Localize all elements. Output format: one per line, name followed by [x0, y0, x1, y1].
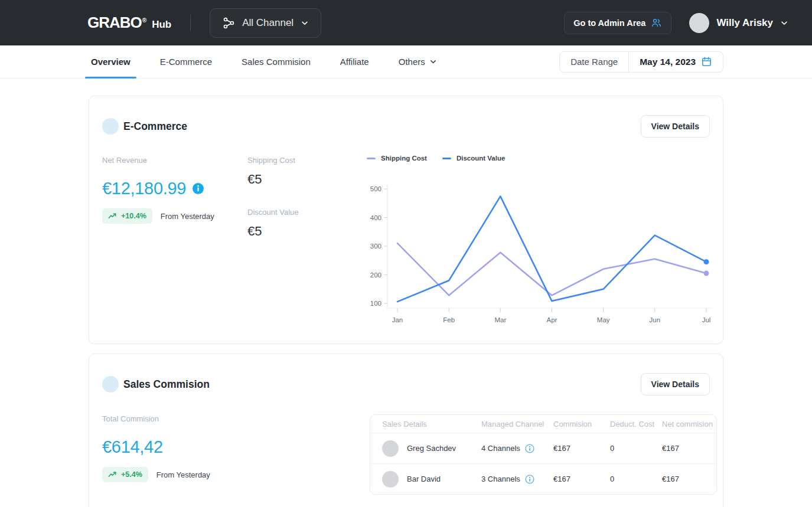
svg-text:Jul: Jul [702, 316, 711, 323]
net-revenue-row: €12,180.99 [102, 179, 204, 198]
go-to-admin-area-button[interactable]: Go to Admin Area [564, 12, 671, 34]
sales-commision-card: Sales Commision View Details Total Commi… [89, 354, 723, 507]
svg-text:May: May [597, 316, 610, 323]
admin-button-label: Go to Admin Area [573, 18, 645, 28]
date-picker-button[interactable]: May 14, 2023 [628, 52, 723, 72]
tab-others[interactable]: Others [395, 45, 441, 78]
header-divider [190, 15, 191, 31]
person-cell: Greg Sachdev [382, 440, 481, 457]
svg-text:200: 200 [370, 272, 381, 279]
person-name: Bar David [407, 475, 441, 483]
trend-up-icon [108, 212, 117, 220]
deduct-cost-cell: 0 [610, 475, 662, 483]
tab-label: Affiliate [340, 57, 369, 67]
tab-label: Overview [91, 57, 131, 67]
net-commision-cell: €167 [662, 475, 716, 483]
svg-text:Jan: Jan [392, 316, 403, 323]
logo-text: GRABO [87, 14, 142, 32]
chevron-down-icon [780, 19, 788, 27]
change-badge: +10.4% [102, 208, 152, 224]
avatar [382, 471, 399, 488]
tab-bar: Overview E-Commerce Sales Commision Affi… [0, 45, 812, 78]
net-revenue-value: €12,180.99 [102, 179, 186, 198]
change-badge: +5.4% [102, 467, 148, 482]
info-icon[interactable] [525, 444, 534, 453]
discount-value-label: Discount Value [247, 208, 298, 217]
col-header-deduct-cost: Deduct. Cost [610, 420, 662, 429]
tabs: Overview E-Commerce Sales Commision Affi… [87, 45, 441, 78]
channels-cell: 4 Channels [481, 444, 553, 453]
change-caption: From Yesterday [161, 212, 214, 221]
commision-cell: €167 [553, 475, 610, 483]
trend-up-icon [108, 471, 117, 478]
tab-label: Sales Commision [242, 57, 311, 67]
tabbar-right: Date Range May 14, 2023 [559, 45, 723, 78]
chart-legend: Shipping CostDiscount Value [367, 155, 505, 162]
total-commision-change-row: +5.4% From Yesterday [102, 467, 210, 482]
deduct-cost-cell: 0 [610, 444, 662, 453]
info-icon[interactable] [193, 183, 204, 194]
legend-swatch [367, 158, 376, 159]
user-avatar [689, 13, 709, 33]
registered-mark: ® [142, 17, 146, 24]
table-header-row: Sales Details Managed Channel Commision … [370, 415, 716, 433]
calendar-icon [701, 56, 712, 67]
sales-view-details-button[interactable]: View Details [641, 373, 710, 395]
table-row: Bar David 3 Channels €167 0 €167 [370, 463, 716, 494]
info-icon[interactable] [525, 475, 534, 484]
main-content: E-Commerce View Details Net Revenue €12,… [0, 78, 812, 507]
tab-sales-commision[interactable]: Sales Commision [238, 45, 314, 78]
net-revenue-change-row: +10.4% From Yesterday [102, 208, 214, 224]
legend-item: Discount Value [442, 155, 505, 162]
commision-cell: €167 [553, 444, 610, 453]
net-revenue-label: Net Revenue [102, 156, 147, 165]
tab-overview[interactable]: Overview [87, 45, 134, 78]
tab-ecommerce[interactable]: E-Commerce [156, 45, 216, 78]
logo-suffix: Hub [152, 19, 171, 31]
ecommerce-view-details-button[interactable]: View Details [641, 115, 710, 138]
svg-text:Apr: Apr [547, 316, 557, 323]
avatar [382, 440, 399, 457]
col-header-commision: Commision [553, 420, 610, 429]
svg-text:100: 100 [370, 300, 381, 307]
chevron-down-icon [301, 19, 309, 27]
ecommerce-card-title: E-Commerce [123, 120, 187, 133]
ecommerce-line-chart: 100200300400500JanFebMarAprMayJunJul [365, 181, 716, 328]
total-commision-value: €614,42 [102, 437, 163, 457]
channels-count: 4 Channels [481, 444, 520, 453]
sales-table: Sales Details Managed Channel Commision … [370, 414, 717, 495]
svg-text:Jun: Jun [650, 316, 661, 323]
sales-card-title: Sales Commision [123, 378, 210, 391]
users-icon [651, 17, 662, 28]
date-range-button[interactable]: Date Range [560, 52, 628, 72]
svg-text:Feb: Feb [443, 316, 455, 323]
user-menu[interactable]: Willy Arisky [689, 13, 788, 33]
table-row: Greg Sachdev 4 Channels €167 0 €167 [370, 433, 716, 463]
svg-text:400: 400 [370, 214, 381, 221]
ecommerce-card: E-Commerce View Details Net Revenue €12,… [89, 96, 723, 344]
chevron-down-icon [429, 58, 437, 66]
channel-selector-label: All Channel [242, 17, 294, 29]
date-range-label: Date Range [570, 57, 618, 67]
person-name: Greg Sachdev [407, 444, 456, 453]
grabo-logo: GRABO® Hub [87, 14, 171, 32]
legend-item: Shipping Cost [367, 155, 427, 162]
tab-affiliate[interactable]: Affiliate [337, 45, 373, 78]
shipping-cost-value: €5 [247, 172, 262, 187]
col-header-managed-channel: Managed Channel [481, 420, 553, 429]
svg-text:300: 300 [370, 243, 381, 250]
total-commision-label: Total Commision [102, 414, 159, 423]
chart-wrap: 100200300400500JanFebMarAprMayJunJul [365, 181, 716, 331]
col-header-sales-details: Sales Details [382, 420, 481, 429]
change-value: +5.4% [121, 470, 142, 479]
network-icon [222, 17, 235, 30]
sales-card-icon [102, 376, 119, 392]
person-cell: Bar David [382, 471, 481, 488]
app-header: GRABO® Hub All Channel Go to Admin Area … [0, 0, 812, 45]
tab-label: Others [399, 57, 425, 67]
channels-cell: 3 Channels [481, 475, 553, 484]
channel-selector[interactable]: All Channel [210, 8, 321, 38]
date-range-group: Date Range May 14, 2023 [559, 51, 723, 73]
channels-count: 3 Channels [481, 475, 520, 483]
tab-label: E-Commerce [160, 57, 212, 67]
